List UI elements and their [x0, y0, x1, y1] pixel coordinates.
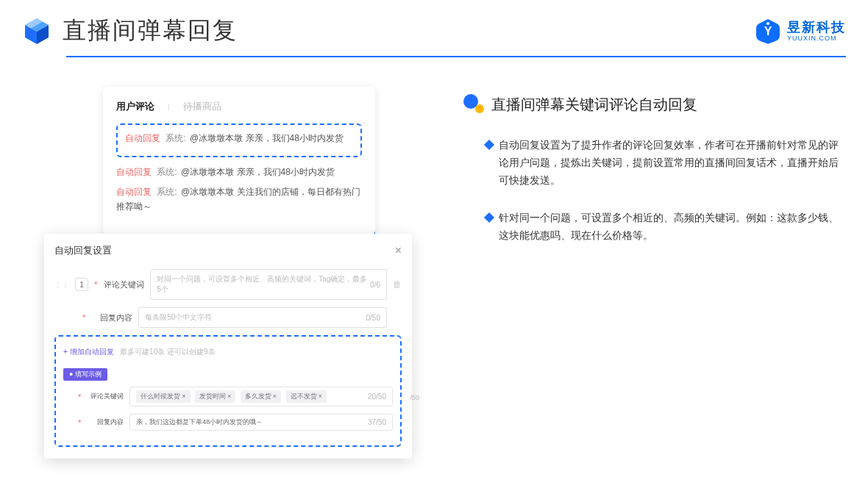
svg-point-5	[766, 22, 769, 25]
reply-text: @冰墩墩本墩 亲亲，我们48小时内发货	[181, 167, 335, 177]
bullet-item: 自动回复设置为了提升作者的评论回复效率，作者可在开播前针对常见的评论用户问题，提…	[463, 137, 846, 189]
tab-divider: |	[168, 102, 170, 111]
settings-title: 自动回复设置	[54, 244, 112, 257]
auto-reply-tag: 自动回复	[116, 187, 152, 197]
section-title: 直播间弹幕关键词评论自动回复	[491, 95, 697, 115]
add-auto-reply-link[interactable]: + 增加自动回复	[63, 347, 114, 357]
blob-icon	[463, 94, 484, 115]
example-row-keyword: * 评论关键词 什么时候发货× 发货时间× 多久发货× 迟不发货× 20/50	[63, 387, 393, 406]
required-star: *	[78, 392, 81, 401]
ex-content-value: 亲，我们这边都是下单48小时内发货的哦～	[136, 417, 263, 427]
header: 直播间弹幕回复 Y 昱新科技 YUUXIN.COM	[0, 0, 868, 47]
svg-text:Y: Y	[764, 25, 772, 37]
system-label: 系统:	[157, 187, 177, 197]
brand-logo-icon: Y	[755, 18, 781, 44]
form-row-content: * 回复内容 每条限50个中文字符 0/50	[54, 307, 402, 328]
content-input[interactable]: 每条限50个中文字符 0/50	[138, 307, 387, 328]
tag-chip[interactable]: 什么时候发货×	[136, 390, 190, 403]
left-column: 用户评论 | 待播商品 自动回复 系统: @冰墩墩本墩 亲亲，我们48小时内发货…	[44, 87, 427, 265]
bullet-text: 针对同一个问题，可设置多个相近的、高频的关键词。例如：这款多少钱、这块能优惠吗、…	[499, 209, 846, 245]
diamond-icon	[484, 140, 494, 150]
highlighted-reply: 自动回复 系统: @冰墩墩本墩 亲亲，我们48小时内发货	[116, 123, 362, 157]
diamond-icon	[484, 212, 494, 223]
keyword-label: 评论关键词	[103, 279, 144, 290]
page-title: 直播间弹幕回复	[63, 15, 238, 47]
required-star: *	[78, 418, 81, 427]
tab-pending-products[interactable]: 待播商品	[183, 100, 221, 113]
keyword-counter: 0/6	[370, 281, 380, 289]
content-counter: 0/50	[366, 314, 380, 322]
example-row-content: * 回复内容 亲，我们这边都是下单48小时内发货的哦～ 37/50	[63, 414, 393, 431]
bullet-item: 针对同一个问题，可设置多个相近的、高频的关键词。例如：这款多少钱、这块能优惠吗、…	[463, 209, 846, 245]
tag-chip[interactable]: 发货时间×	[195, 390, 235, 403]
reply-text: @冰墩墩本墩 关注我们的店铺，每日都有热门推荐呦～	[116, 187, 360, 212]
ex-content-input[interactable]: 亲，我们这边都是下单48小时内发货的哦～ 37/50	[129, 414, 393, 431]
ex-content-label: 回复内容	[87, 417, 124, 427]
required-star: *	[94, 280, 97, 289]
tag-chip[interactable]: 迟不发货×	[286, 390, 327, 403]
tab-user-comments[interactable]: 用户评论	[116, 100, 154, 113]
cube-icon	[22, 16, 51, 46]
settings-header: 自动回复设置 ×	[54, 244, 402, 257]
tabs: 用户评论 | 待播商品	[116, 100, 362, 113]
ex-content-counter: 37/50	[368, 418, 386, 426]
ex-keyword-counter: 20/50	[368, 392, 386, 401]
keyword-input[interactable]: 对同一个问题，可设置多个相近、高频的关键词，Tag确定，最多5个 0/6	[150, 269, 387, 300]
content-label: 回复内容	[91, 312, 132, 323]
brand-url: YUUXIN.COM	[787, 35, 846, 42]
bullet-text: 自动回复设置为了提升作者的评论回复效率，作者可在开播前针对常见的评论用户问题，提…	[499, 137, 846, 189]
outer-counter: /50	[410, 394, 419, 401]
settings-modal: 自动回复设置 × ⋮⋮ 1 * 评论关键词 对同一个问题，可设置多个相近、高频的…	[44, 234, 412, 459]
section-title-row: 直播间弹幕关键词评论自动回复	[463, 94, 846, 115]
keyword-placeholder: 对同一个问题，可设置多个相近、高频的关键词，Tag确定，最多5个	[157, 274, 370, 295]
brand: Y 昱新科技 YUUXIN.COM	[755, 18, 846, 44]
title-group: 直播间弹幕回复	[22, 15, 238, 47]
comment-card: 用户评论 | 待播商品 自动回复 系统: @冰墩墩本墩 亲亲，我们48小时内发货…	[103, 87, 375, 235]
item-number: 1	[75, 278, 88, 291]
system-label: 系统:	[166, 133, 185, 143]
add-hint: 最多可建10条 还可以创建9条	[120, 348, 215, 356]
drag-handle-icon[interactable]: ⋮⋮	[54, 281, 69, 289]
required-star: *	[82, 313, 85, 322]
trash-icon[interactable]: 🗑	[393, 279, 402, 290]
example-box: + 增加自动回复 最多可建10条 还可以创建9条 ● 填写示例 * 评论关键词 …	[54, 335, 402, 447]
ex-keyword-label: 评论关键词	[87, 392, 124, 401]
reply-line: 自动回复 系统: @冰墩墩本墩 亲亲，我们48小时内发货	[125, 131, 353, 146]
right-column: 直播间弹幕关键词评论自动回复 自动回复设置为了提升作者的评论回复效率，作者可在开…	[463, 87, 846, 265]
example-badge: ● 填写示例	[63, 368, 107, 381]
ex-keyword-input[interactable]: 什么时候发货× 发货时间× 多久发货× 迟不发货× 20/50	[129, 387, 393, 406]
form-row-keyword: ⋮⋮ 1 * 评论关键词 对同一个问题，可设置多个相近、高频的关键词，Tag确定…	[54, 269, 402, 300]
brand-text: 昱新科技 YUUXIN.COM	[787, 21, 846, 42]
reply-text: @冰墩墩本墩 亲亲，我们48小时内发货	[190, 133, 344, 143]
reply-line: 自动回复 系统: @冰墩墩本墩 亲亲，我们48小时内发货	[116, 165, 362, 179]
brand-name: 昱新科技	[787, 21, 846, 34]
content: 用户评论 | 待播商品 自动回复 系统: @冰墩墩本墩 亲亲，我们48小时内发货…	[0, 57, 868, 265]
auto-reply-tag: 自动回复	[125, 133, 160, 143]
close-icon[interactable]: ×	[395, 244, 402, 257]
tag-chip[interactable]: 多久发货×	[241, 390, 281, 403]
system-label: 系统:	[157, 167, 177, 177]
content-placeholder: 每条限50个中文字符	[145, 312, 212, 323]
tag-list: 什么时候发货× 发货时间× 多久发货× 迟不发货×	[136, 390, 330, 403]
reply-line: 自动回复 系统: @冰墩墩本墩 关注我们的店铺，每日都有热门推荐呦～	[116, 184, 362, 215]
auto-reply-tag: 自动回复	[116, 167, 152, 177]
